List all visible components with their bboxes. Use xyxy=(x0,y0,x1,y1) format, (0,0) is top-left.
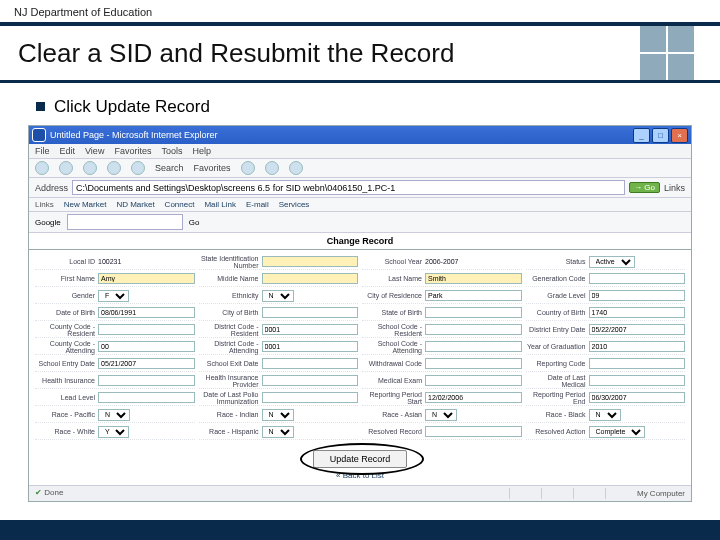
val-gradyear[interactable] xyxy=(589,341,686,352)
val-countyatt[interactable] xyxy=(98,341,195,352)
val-gender[interactable]: F xyxy=(98,290,195,302)
lbl-racepac: Race - Pacific xyxy=(35,411,98,418)
lbl-distentrydate: District Entry Date xyxy=(526,326,589,333)
address-input[interactable] xyxy=(72,180,625,195)
val-distres[interactable] xyxy=(262,324,359,335)
toolbar-favorites[interactable]: Favorites xyxy=(194,163,231,173)
val-dob[interactable] xyxy=(98,307,195,318)
google-search-input[interactable] xyxy=(67,214,183,230)
people-collage xyxy=(640,26,694,80)
val-repcode[interactable] xyxy=(589,358,686,369)
val-raceind[interactable]: N xyxy=(262,409,359,421)
val-lastmed[interactable] xyxy=(589,375,686,386)
window-maximize-button[interactable]: □ xyxy=(652,128,669,143)
refresh-icon[interactable] xyxy=(107,161,121,175)
link-mailink[interactable]: Mail Link xyxy=(204,200,236,209)
val-schoolyear[interactable]: 2006-2007 xyxy=(425,258,522,265)
val-resrecord[interactable] xyxy=(425,426,522,437)
val-withdrawcode[interactable] xyxy=(425,358,522,369)
link-ndmarket[interactable]: ND Market xyxy=(116,200,154,209)
val-healthins[interactable] xyxy=(98,375,195,386)
val-repstart[interactable] xyxy=(425,392,522,403)
menu-favorites[interactable]: Favorites xyxy=(114,146,151,156)
link-connect[interactable]: Connect xyxy=(165,200,195,209)
val-countyres[interactable] xyxy=(98,324,195,335)
lbl-medexam: Medical Exam xyxy=(362,377,425,384)
menu-view[interactable]: View xyxy=(85,146,104,156)
val-countryofbirth[interactable] xyxy=(589,307,686,318)
val-localid[interactable]: 100231 xyxy=(98,258,195,265)
val-gradelevel[interactable] xyxy=(589,290,686,301)
val-middlename[interactable] xyxy=(262,273,359,284)
ie-toolbar: Search Favorites xyxy=(29,159,691,178)
val-healthprov[interactable] xyxy=(262,375,359,386)
window-close-button[interactable]: × xyxy=(671,128,688,143)
lbl-middlename: Middle Name xyxy=(199,275,262,282)
val-leadlevel[interactable] xyxy=(98,392,195,403)
val-schoolentry[interactable] xyxy=(98,358,195,369)
val-gencode[interactable] xyxy=(589,273,686,284)
lbl-sid: State Identification Number xyxy=(199,255,262,269)
stop-icon[interactable] xyxy=(83,161,97,175)
val-repend[interactable] xyxy=(589,392,686,403)
menu-help[interactable]: Help xyxy=(192,146,211,156)
lbl-healthprov: Health Insurance Provider xyxy=(199,374,262,388)
status-text: Done xyxy=(44,488,63,497)
val-raceblk[interactable]: N xyxy=(589,409,686,421)
lbl-raceind: Race - Indian xyxy=(199,411,262,418)
lbl-resrecord: Resolved Record xyxy=(362,428,425,435)
ie-statusbar: ✔ Done My Computer xyxy=(29,485,691,501)
home-icon[interactable] xyxy=(131,161,145,175)
val-sid[interactable] xyxy=(262,256,359,267)
val-stateofbirth[interactable] xyxy=(425,307,522,318)
val-medexam[interactable] xyxy=(425,375,522,386)
val-racepac[interactable]: N xyxy=(98,409,195,421)
val-distatt[interactable] xyxy=(262,341,359,352)
lbl-dob: Date of Birth xyxy=(35,309,98,316)
address-label: Address xyxy=(35,183,68,193)
toolbar-search[interactable]: Search xyxy=(155,163,184,173)
ie-menubar: File Edit View Favorites Tools Help xyxy=(29,144,691,159)
menu-file[interactable]: File xyxy=(35,146,50,156)
lbl-schoolexit: School Exit Date xyxy=(199,360,262,367)
history-icon[interactable] xyxy=(241,161,255,175)
mail-icon[interactable] xyxy=(265,161,279,175)
form-header: Change Record xyxy=(29,233,691,250)
val-raceasn[interactable]: N xyxy=(425,409,522,421)
forward-icon[interactable] xyxy=(59,161,73,175)
val-schoolres[interactable] xyxy=(425,324,522,335)
val-resaction[interactable]: Complete xyxy=(589,426,686,438)
val-status[interactable]: Active xyxy=(589,256,686,268)
lbl-localid: Local ID xyxy=(35,258,98,265)
val-cityofbirth[interactable] xyxy=(262,307,359,318)
val-firstname[interactable] xyxy=(98,273,195,284)
val-distentrydate[interactable] xyxy=(589,324,686,335)
val-lastname[interactable] xyxy=(425,273,522,284)
val-polio[interactable] xyxy=(262,392,359,403)
window-titlebar: Untitled Page - Microsoft Internet Explo… xyxy=(29,126,691,144)
back-icon[interactable] xyxy=(35,161,49,175)
lbl-firstname: First Name xyxy=(35,275,98,282)
google-toolbar: Google Go xyxy=(29,212,691,233)
val-ethnicity[interactable]: N xyxy=(262,290,359,302)
links-label: Links xyxy=(664,183,685,193)
print-icon[interactable] xyxy=(289,161,303,175)
menu-tools[interactable]: Tools xyxy=(161,146,182,156)
record-form: Local ID100231 State Identification Numb… xyxy=(29,250,691,444)
lbl-raceblk: Race - Black xyxy=(526,411,589,418)
lbl-cityofbirth: City of Birth xyxy=(199,309,262,316)
google-go[interactable]: Go xyxy=(189,218,200,227)
menu-edit[interactable]: Edit xyxy=(60,146,76,156)
window-minimize-button[interactable]: _ xyxy=(633,128,650,143)
go-button[interactable]: → Go xyxy=(629,182,660,193)
val-racehsp[interactable]: N xyxy=(262,426,359,438)
highlight-circle xyxy=(300,443,424,475)
link-newmarket[interactable]: New Market xyxy=(64,200,107,209)
val-schoolatt[interactable] xyxy=(425,341,522,352)
screenshot-ie-window: Untitled Page - Microsoft Internet Explo… xyxy=(28,125,692,502)
val-racewht[interactable]: Y xyxy=(98,426,195,438)
link-services[interactable]: Services xyxy=(279,200,310,209)
link-email[interactable]: E-mail xyxy=(246,200,269,209)
val-cityres[interactable] xyxy=(425,290,522,301)
val-schoolexit[interactable] xyxy=(262,358,359,369)
